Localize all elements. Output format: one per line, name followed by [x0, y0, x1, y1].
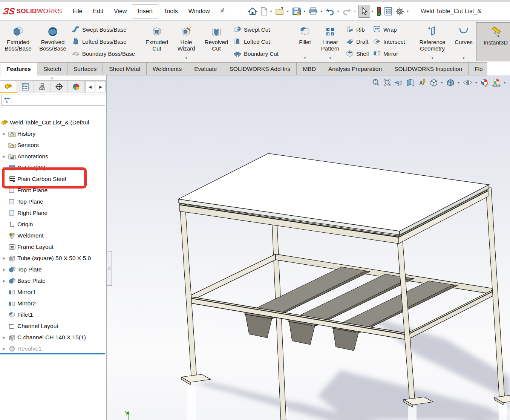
view-orientation-caret[interactable]: ▾	[441, 81, 443, 84]
tree-item-annotations[interactable]: ▶ Annotations	[0, 151, 106, 162]
fillet-button[interactable]: Fillet ▾	[294, 22, 316, 61]
tree-item-fillet1[interactable]: Fillet1	[0, 309, 106, 320]
save-caret[interactable]: ▾	[304, 9, 306, 13]
fillet-caret[interactable]: ▾	[304, 56, 306, 60]
tree-item-top-plate[interactable]: ▶ Top Plate	[0, 264, 106, 275]
tab-featuremanager-tree[interactable]	[0, 81, 17, 93]
options-list-button[interactable]	[383, 6, 394, 17]
new-document-button[interactable]	[259, 6, 269, 17]
swept-boss-base-button[interactable]: Swept Boss/Base	[72, 24, 138, 35]
tab-dimxpert-manager[interactable]	[51, 81, 68, 93]
panel-collapse-handle[interactable]	[107, 251, 112, 286]
tab-display-manager[interactable]	[68, 81, 85, 93]
edit-appearance-icon[interactable]	[479, 77, 490, 88]
boundary-boss-base-button[interactable]: Boundary Boss/Base	[72, 48, 138, 60]
home-button[interactable]	[247, 6, 258, 17]
curves-caret[interactable]: ▾	[463, 56, 465, 60]
tree-root-part[interactable]: Weld Table_Cut List_& (Defaul	[0, 117, 106, 128]
tab-weldments[interactable]: Weldments	[147, 62, 188, 75]
lofted-cut-button[interactable]: Lofted Cut	[233, 36, 290, 48]
tab-surfaces[interactable]: Surfaces	[67, 62, 103, 75]
tree-item-cut-list[interactable]: ▶ Cut list(20)	[0, 162, 106, 173]
tab-configuration-manager[interactable]	[34, 81, 51, 93]
tab-solidworks-inspection[interactable]: SOLIDWORKS Inspection	[388, 62, 469, 75]
display-style-caret[interactable]: ▾	[458, 81, 459, 84]
extruded-boss-base-button[interactable]: ExtrudedBoss/Base	[1, 22, 35, 61]
tree-item-sensors[interactable]: Sensors	[0, 139, 106, 151]
view-orientation-icon[interactable]	[429, 77, 439, 88]
menu-edit[interactable]: Edit	[87, 4, 109, 18]
expand-arrow-icon[interactable]: ▶	[0, 279, 8, 283]
tab-property-manager[interactable]	[17, 81, 34, 93]
select-tool-caret[interactable]: ▾	[372, 9, 374, 13]
tree-item-tube-square[interactable]: ▶ Tube (square) 50 X 50 X 5.0	[0, 253, 106, 264]
settings-gear-button[interactable]	[394, 6, 405, 17]
section-view-icon[interactable]	[405, 77, 416, 88]
display-style-icon[interactable]	[445, 77, 456, 88]
tab-evaluate[interactable]: Evaluate	[188, 62, 223, 75]
tab-sheet-metal[interactable]: Sheet Metal	[103, 62, 147, 75]
zoom-to-area-icon[interactable]	[382, 77, 392, 88]
fm-tab-scroll-left[interactable]: ◀	[85, 81, 95, 92]
menu-view[interactable]: View	[109, 4, 132, 18]
tab-mbd[interactable]: MBD	[297, 62, 322, 75]
linear-pattern-button[interactable]: LinearPattern ▾	[316, 22, 344, 61]
tree-item-weldment[interactable]: Weldment	[0, 230, 106, 241]
tree-item-mirror2[interactable]: Mirror2	[0, 298, 106, 309]
reference-geometry-caret[interactable]: ▾	[432, 56, 433, 60]
mirror-button[interactable]: Mirror	[373, 48, 410, 60]
zoom-to-fit-icon[interactable]	[370, 77, 381, 88]
wrap-button[interactable]: Wrap	[373, 24, 410, 35]
menu-file[interactable]: File	[67, 4, 88, 18]
redo-button[interactable]	[341, 6, 352, 17]
save-button[interactable]	[291, 6, 302, 17]
tab-sketch[interactable]: Sketch	[37, 62, 67, 75]
expand-arrow-icon[interactable]: ▶	[0, 155, 8, 158]
tree-item-history[interactable]: ▶ History	[0, 128, 106, 139]
apply-scene-caret[interactable]: ▾	[504, 81, 505, 84]
shell-button[interactable]: Shell	[346, 48, 370, 60]
lofted-boss-base-button[interactable]: Lofted Boss/Base	[72, 36, 138, 48]
pin-menu-icon[interactable]	[219, 7, 226, 15]
expand-arrow-icon[interactable]: ▶	[0, 256, 8, 260]
tab-analysis-preparation[interactable]: Analysis Preparation	[322, 62, 388, 75]
menu-window[interactable]: Window	[183, 4, 215, 18]
expand-arrow-icon[interactable]: ▶	[0, 336, 8, 339]
expand-arrow-icon[interactable]: ▶	[0, 268, 8, 271]
revolved-boss-base-button[interactable]: RevolvedBoss/Base	[35, 22, 70, 61]
draft-button[interactable]: Draft	[346, 36, 370, 48]
print-caret[interactable]: ▾	[320, 9, 322, 13]
rollback-bar[interactable]	[0, 353, 105, 354]
tree-item-origin[interactable]: Origin	[0, 219, 106, 230]
menu-tools[interactable]: Tools	[158, 4, 183, 18]
new-document-caret[interactable]: ▾	[270, 9, 272, 13]
swept-cut-button[interactable]: Swept Cut	[233, 24, 290, 35]
menu-insert[interactable]: Insert	[132, 4, 158, 18]
tree-item-c-channel[interactable]: ▶ C channel CH 140 X 15(1)	[0, 332, 106, 343]
tree-item-channel-layout[interactable]: Channel Layout	[0, 320, 106, 332]
rib-button[interactable]: Rib	[346, 24, 370, 35]
apply-scene-icon[interactable]	[491, 77, 502, 88]
redo-caret[interactable]: ▾	[354, 9, 356, 13]
settings-caret[interactable]: ▾	[407, 9, 409, 13]
tree-item-base-plate[interactable]: ▶ Base Plate	[0, 275, 106, 287]
expand-arrow-icon[interactable]: ▶	[0, 132, 8, 136]
open-button[interactable]	[274, 6, 285, 17]
tab-features[interactable]: Features	[0, 62, 37, 75]
rebuild-traffic-light-icon[interactable]	[375, 5, 382, 17]
hide-show-items-icon[interactable]	[462, 77, 473, 88]
tree-item-right-plane[interactable]: Right Plane	[0, 207, 106, 219]
boundary-cut-button[interactable]: Boundary Cut	[233, 48, 290, 60]
hole-wizard-button[interactable]: HoleWizard ▾	[172, 22, 201, 61]
reference-geometry-button[interactable]: ReferenceGeometry ▾	[414, 22, 451, 61]
instant3d-button[interactable]: Instant3D	[476, 22, 510, 61]
panel-splitter[interactable]	[0, 75, 106, 81]
tab-flow-cut[interactable]: Flo	[469, 62, 487, 75]
tree-item-mirror1[interactable]: Mirror1	[0, 287, 106, 298]
graphics-area[interactable]: ▾ ▾ ▾ ▾	[107, 75, 510, 420]
curves-button[interactable]: Curves ▾	[451, 22, 476, 61]
undo-button[interactable]	[325, 6, 336, 17]
fm-tab-scroll-right[interactable]: ▶	[96, 81, 106, 92]
open-caret[interactable]: ▾	[287, 9, 289, 13]
tree-item-frame-layout[interactable]: 3D Frame Layout	[0, 241, 106, 253]
